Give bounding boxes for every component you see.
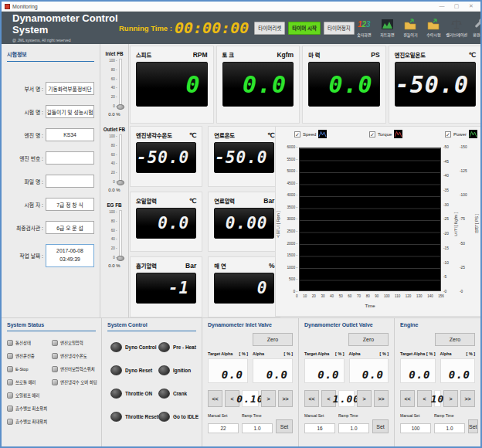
button-led-icon xyxy=(110,342,122,352)
dyno-control-button[interactable]: Dyno Control xyxy=(110,342,158,352)
set-button[interactable]: Set xyxy=(276,419,293,433)
status-coolant-temp: 엔진냉각수온도 xyxy=(52,353,97,359)
throttle-on-button[interactable]: Throttle ON xyxy=(110,389,158,399)
slider-scale: 100806040200 xyxy=(107,59,117,108)
test-info-title: 시험정보 xyxy=(7,50,94,58)
step-inc-fast-button[interactable]: >> xyxy=(460,390,475,407)
chart-legend: Speed Torque Power xyxy=(294,130,477,138)
maximize-icon[interactable]: ▢ xyxy=(450,2,463,11)
legend-power: Power xyxy=(445,130,477,138)
running-time-display: 00:00:00 xyxy=(175,19,249,37)
step-dec-button[interactable]: < xyxy=(417,390,432,407)
step-value-display: 10 xyxy=(434,390,441,407)
ramp-time-input[interactable] xyxy=(434,423,465,433)
inspector-input[interactable] xyxy=(46,221,94,234)
toolbar-calibration[interactable]: 캘리브레이션 xyxy=(447,19,467,37)
pre-heat-button[interactable]: Pre - Heat xyxy=(158,342,199,352)
speed-thumbnail-icon xyxy=(318,130,327,138)
outlet-fb-slider: Outlet FB 100806040200 0.0 % xyxy=(104,127,125,192)
close-icon[interactable]: ✕ xyxy=(465,2,477,11)
toolbar-chart-screen[interactable]: 차트화면 xyxy=(378,19,397,37)
y-axis-right2-ticks: 1501251007550250 xyxy=(460,145,473,294)
slider-track[interactable] xyxy=(119,134,122,184)
folder-run-icon xyxy=(404,19,416,30)
slider-thumb[interactable] xyxy=(117,256,124,261)
timer-stop-button[interactable]: 타이머정지 xyxy=(324,22,355,35)
toolbar-acceptance-test[interactable]: 수락시험 xyxy=(424,19,443,37)
engine-name-field: 엔진 명 : xyxy=(7,128,94,141)
zero-button[interactable]: Zero xyxy=(253,333,293,346)
file-name-input[interactable] xyxy=(46,175,94,188)
gauges-grid: 엔진냉각수온도℃ -50.0 연료온도℃ -50.0 오일압력℃ 0.0 연료압… xyxy=(130,126,273,317)
slider-thumb[interactable] xyxy=(117,104,124,110)
crank-button[interactable]: Crank xyxy=(158,389,199,399)
file-name-field: 파일 명 : xyxy=(7,175,94,188)
set-button[interactable]: Set xyxy=(468,419,478,433)
minimize-icon[interactable]: — xyxy=(436,2,448,11)
step-dec-fast-button[interactable]: << xyxy=(208,390,222,407)
test-info-panel: 시험정보 부서 명 : 시험 명 : 엔진 명 : 엔진 번호 : 파일 명 :… xyxy=(2,44,100,318)
manual-set-input[interactable] xyxy=(208,423,239,433)
slider-track[interactable] xyxy=(119,210,122,260)
timer-start-button[interactable]: 타이머 시작 xyxy=(288,22,321,35)
manual-set-input[interactable] xyxy=(400,423,431,433)
alpha-display: 0.0 xyxy=(440,358,476,383)
gauge-coolant-temp: 엔진냉각수온도℃ -50.0 xyxy=(130,126,202,187)
torque-checkbox-icon[interactable] xyxy=(369,131,375,137)
slider-track[interactable] xyxy=(119,59,122,108)
toolbar-numeric-screen[interactable]: 123 숫자화면 xyxy=(355,19,374,37)
lcd-display: 0 xyxy=(136,62,208,107)
step-inc-button[interactable]: > xyxy=(357,390,372,407)
gauge-speed: 스피드RPM 0 xyxy=(130,46,214,124)
led-icon xyxy=(7,406,13,412)
toolbar: 123 숫자화면 차트화면 길들이기 수락시험 캘리브레이션 xyxy=(355,19,482,37)
gauge-intake-pressure: 흡기압력Bar -1 xyxy=(130,256,202,317)
step-inc-fast-button[interactable]: >> xyxy=(278,390,293,407)
led-icon xyxy=(52,340,58,346)
engine-name-input[interactable] xyxy=(46,128,94,141)
step-inc-fast-button[interactable]: >> xyxy=(374,390,389,407)
ramp-time-input[interactable] xyxy=(338,423,369,433)
toolbar-break-in[interactable]: 길들이기 xyxy=(401,19,420,37)
throttle-reset-button[interactable]: Throttle Reset xyxy=(110,412,158,422)
button-led-icon xyxy=(110,412,122,422)
tester-input[interactable] xyxy=(46,198,94,211)
timer-reset-button[interactable]: 타이머리셋 xyxy=(254,22,285,35)
tester-field: 시험 자 : xyxy=(7,198,94,211)
engine-number-input[interactable] xyxy=(46,151,94,165)
step-dec-fast-button[interactable]: << xyxy=(304,390,319,407)
speed-checkbox-icon[interactable] xyxy=(294,131,300,137)
led-icon xyxy=(52,366,58,372)
slider-thumb[interactable] xyxy=(117,180,124,185)
step-dec-fast-button[interactable]: << xyxy=(400,390,415,407)
status-coolant-overheat: 엔진냉각수 오버 히팅 xyxy=(52,379,97,385)
slider-value: 0.0 % xyxy=(108,188,120,192)
dyno-reset-button[interactable]: Dyno Reset xyxy=(110,365,158,375)
zero-button[interactable]: Zero xyxy=(348,333,389,346)
plot-area xyxy=(299,148,441,291)
step-value-display: 0.10 xyxy=(242,390,259,407)
lcd-display: 0.0 xyxy=(308,62,380,107)
window-title: Monitoring xyxy=(12,4,433,9)
go-to-idle-button[interactable]: Go to IDLE xyxy=(158,412,199,422)
set-button[interactable]: Set xyxy=(372,419,389,433)
power-checkbox-icon[interactable] xyxy=(445,131,451,137)
lcd-display: 0.0 xyxy=(136,208,196,239)
ignition-button[interactable]: Ignition xyxy=(158,365,199,375)
manual-set-input[interactable] xyxy=(304,423,335,433)
engine-number-field: 엔진 번호 : xyxy=(7,151,94,165)
outlet-valve-panel: Dynamometer Outlet Valve Zero Target Alp… xyxy=(298,318,394,446)
ramp-time-input[interactable] xyxy=(242,423,273,433)
gauge-power: 마 력PS 0.0 xyxy=(302,46,386,124)
target-alpha-display: 0.0 xyxy=(304,358,345,383)
toolbar-settings[interactable]: 환경설정 xyxy=(470,19,482,37)
button-led-icon xyxy=(158,389,170,399)
zero-button[interactable]: Zero xyxy=(435,333,475,346)
led-icon xyxy=(7,366,13,372)
step-inc-button[interactable]: > xyxy=(443,390,458,407)
step-inc-button[interactable]: > xyxy=(261,390,276,407)
inlet-valve-panel: Dynamometer Inlet Valve Zero Target Alph… xyxy=(202,318,298,446)
test-name-field: 시험 명 : xyxy=(7,105,94,118)
test-name-input[interactable] xyxy=(46,105,94,118)
department-input[interactable] xyxy=(46,82,94,95)
